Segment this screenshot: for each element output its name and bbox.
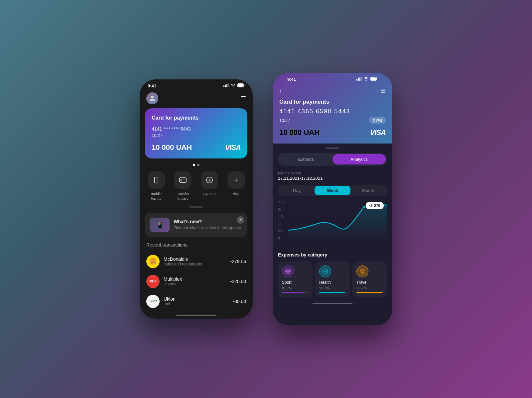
expense-cards: Sport 81.2% Health 96.7% [278, 261, 387, 297]
dot-1[interactable] [193, 164, 195, 166]
transaction-multiplex[interactable]: MPX Multiplex cinema -220.00 [140, 271, 253, 291]
sport-name: Sport [282, 280, 309, 285]
analytics-chart: 2,5k 2k 1,5k 1k 500 0 [278, 200, 387, 247]
action-add[interactable]: Add [227, 171, 245, 201]
chart-svg-area: -2 076 [288, 200, 387, 240]
dot-2[interactable] [197, 164, 200, 166]
tx-name-1: McDonald's [164, 256, 226, 262]
menu-button[interactable]: ☰ [241, 95, 246, 102]
status-bar-2: 9:41 [279, 73, 386, 84]
signal-icon-2 [356, 77, 362, 82]
travel-bar-fill [356, 292, 382, 293]
tx-amount-1: -279.56 [230, 259, 246, 264]
card-title-2: Card for payments [279, 99, 386, 105]
p2-nav: ‹ ☰ [279, 84, 386, 99]
mobile-topup-label: mobiletop-up [151, 191, 162, 201]
svg-rect-2 [226, 84, 227, 87]
main-tabs: Extracts Analytics [278, 153, 387, 166]
sheet-handle [326, 148, 339, 149]
payment-card-1: Card for payments 4141 **** **** 5443 10… [145, 108, 247, 158]
transaction-info-1: McDonald's cafes and restaurants [164, 256, 226, 266]
p2-card-area: 9:41 ‹ ☰ Card for payment [273, 73, 392, 144]
mobile-topup-icon [148, 171, 165, 189]
svg-rect-1 [225, 85, 226, 87]
card-title-1: Card for payments [152, 115, 241, 121]
tab-extracts[interactable]: Extracts [279, 154, 332, 164]
card-balance-2: 10 000 UAH [279, 128, 320, 137]
travel-pct: 96.7% [356, 286, 383, 290]
action-mobile-topup[interactable]: mobiletop-up [148, 171, 165, 201]
transaction-uklon[interactable]: uklon Uklon taxi -80.00 [140, 291, 253, 311]
svg-rect-9 [180, 178, 186, 182]
signal-icon [223, 83, 229, 88]
add-icon [227, 171, 245, 189]
battery-icon-2 [370, 77, 378, 82]
tx-name-3: Uklon [164, 296, 229, 302]
cvv2-badge[interactable]: CVV2 [369, 117, 386, 124]
svg-rect-0 [223, 85, 224, 87]
transfer-label: transferto card [177, 191, 189, 201]
svg-point-32 [362, 270, 363, 271]
card-bottom-2: 10 000 UAH VISA [279, 128, 386, 137]
action-transfer[interactable]: transferto card [174, 171, 192, 201]
whats-new-subtitle: Find out what's included in this update [174, 226, 241, 231]
add-label: Add [233, 191, 239, 196]
svg-rect-18 [359, 77, 360, 81]
quick-actions: mobiletop-up transferto card $ payments … [140, 171, 253, 206]
chart-y-axis: 2,5k 2k 1,5k 1k 500 0 [278, 200, 284, 240]
transaction-mcdonalds[interactable]: 🍔 McDonald's cafes and restaurants -279.… [140, 251, 253, 271]
svg-rect-19 [361, 77, 362, 81]
card-number-masked: 4141 **** **** 5443 [152, 126, 241, 132]
health-category-icon [319, 265, 331, 277]
status-bar-1: 9:41 [140, 79, 253, 91]
whats-new-banner: 📱 What's new? Find out what's included i… [145, 213, 247, 237]
travel-bar-bg [356, 292, 383, 293]
expenses-section: Expenses by category Sport 81.2% [273, 252, 392, 297]
expenses-title: Expenses by category [278, 252, 387, 257]
card-expiry-row: 10/27 CVV2 [279, 117, 386, 124]
health-pct: 96.7% [319, 286, 346, 290]
mcdonalds-icon: 🍔 [146, 255, 160, 268]
p2-bottom: Extracts Analytics For the period 17.11.… [273, 144, 392, 304]
card-balance-1: 10 000 UAH [152, 143, 192, 152]
period-date: 17.11.2021-17.12.2021 [278, 176, 387, 181]
svg-rect-5 [238, 84, 243, 87]
battery-icon [237, 83, 245, 88]
home-indicator-2 [313, 303, 352, 304]
svg-text:$: $ [208, 178, 210, 182]
tab-analytics[interactable]: Analytics [332, 154, 386, 164]
payments-label: payments [201, 191, 217, 196]
tab-month[interactable]: Month [350, 186, 386, 195]
expense-health[interactable]: Health 96.7% [315, 261, 350, 297]
card-pagination [140, 164, 253, 166]
tx-cat-2: cinema [164, 282, 226, 286]
sport-category-icon [282, 265, 294, 277]
multiplex-icon: MPX [146, 275, 160, 288]
visa-logo-2: VISA [370, 128, 386, 137]
tx-name-2: Multiplex [164, 276, 226, 282]
visa-logo-1: VISA [225, 143, 241, 152]
uklon-icon: uklon [146, 295, 160, 308]
svg-rect-21 [371, 77, 376, 80]
card-expiry-1: 10/27 [152, 133, 241, 138]
p1-header: ☰ [140, 91, 253, 108]
p2-menu-button[interactable]: ☰ [380, 87, 386, 95]
expense-travel[interactable]: Travel 96.7% [352, 261, 387, 297]
payments-icon: $ [201, 171, 218, 189]
time-2: 9:41 [287, 77, 296, 82]
back-button[interactable]: ‹ [279, 87, 282, 95]
home-indicator-1 [176, 315, 216, 316]
phone-1: 9:41 ☰ Card for payments 4 [140, 79, 253, 319]
phones-container: 9:41 ☰ Card for payments 4 [140, 73, 392, 325]
transaction-info-3: Uklon taxi [164, 296, 229, 306]
wifi-icon-2 [364, 77, 368, 82]
expense-sport[interactable]: Sport 81.2% [278, 261, 313, 297]
tx-amount-2: -220.00 [230, 279, 246, 284]
tab-day[interactable]: Day [279, 186, 315, 195]
whats-new-content: What's new? Find out what's included in … [174, 219, 241, 231]
avatar[interactable] [146, 92, 158, 104]
phone-2: 9:41 ‹ ☰ Card for payment [273, 73, 392, 325]
action-payments[interactable]: $ payments [201, 171, 218, 201]
tab-week[interactable]: Week [315, 186, 350, 195]
close-banner-button[interactable]: ✕ [237, 216, 244, 224]
